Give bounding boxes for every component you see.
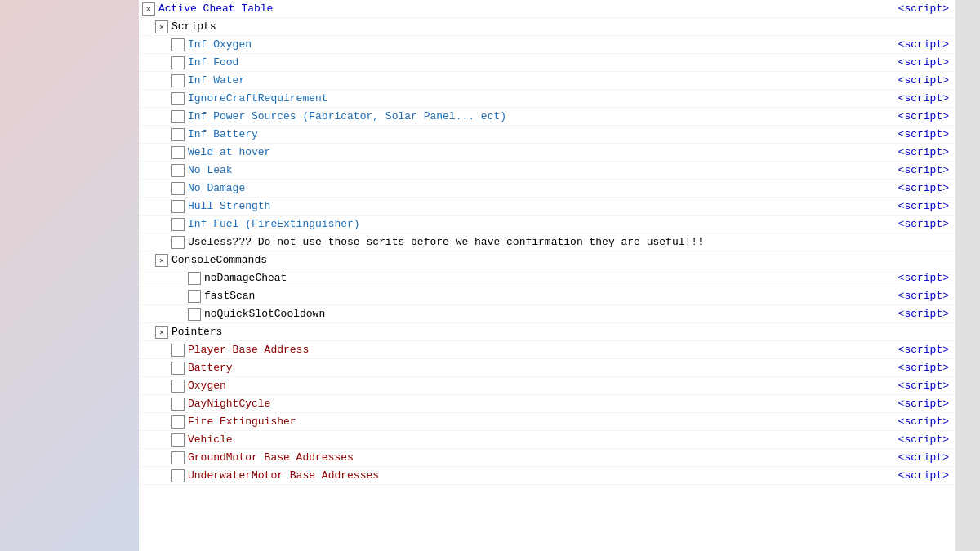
script-tag: <script> <box>898 146 949 158</box>
item-label: noQuickSlotCooldown <box>204 308 898 320</box>
item-label: fastScan <box>204 290 898 302</box>
script-tag: <script> <box>898 74 949 87</box>
list-item: fastScan<script> <box>139 287 956 305</box>
checkbox-empty[interactable] <box>172 469 185 482</box>
script-tag: <script> <box>898 128 949 140</box>
checkbox-empty[interactable] <box>172 74 185 87</box>
script-tag: <script> <box>898 469 949 482</box>
right-scrollbar-panel <box>956 0 980 551</box>
checkbox-empty[interactable] <box>172 344 185 357</box>
checkbox-checked[interactable] <box>142 2 155 16</box>
script-tag: <script> <box>898 398 949 410</box>
list-item: No Damage<script> <box>139 180 956 198</box>
left-decorative-panel <box>0 0 139 551</box>
item-label: GroundMotor Base Addresses <box>188 451 898 464</box>
checkbox-empty[interactable] <box>172 164 185 177</box>
item-label: Inf Water <box>188 74 898 87</box>
checkbox-empty[interactable] <box>172 200 185 213</box>
list-item: Fire Extinguisher<script> <box>139 413 956 431</box>
script-tag: <script> <box>898 56 949 69</box>
checkbox-empty[interactable] <box>172 415 185 429</box>
item-label: Oxygen <box>188 380 898 392</box>
list-item: Weld at hover<script> <box>139 144 956 162</box>
checkbox-empty[interactable] <box>188 308 201 321</box>
checkbox-empty[interactable] <box>172 110 185 123</box>
item-label: Inf Food <box>188 56 898 69</box>
list-item: Inf Battery<script> <box>139 126 956 144</box>
item-label: Inf Fuel (FireExtinguisher) <box>188 218 898 230</box>
script-tag: <script> <box>898 380 949 392</box>
item-label: noDamageCheat <box>204 272 898 284</box>
list-item: Inf Food<script> <box>139 54 956 72</box>
checkbox-empty[interactable] <box>188 272 201 285</box>
list-item: Active Cheat Table<script> <box>139 0 956 18</box>
checkbox-empty[interactable] <box>172 380 185 393</box>
checkbox-empty[interactable] <box>172 451 185 464</box>
item-label: No Leak <box>188 164 898 176</box>
script-tag: <script> <box>898 200 949 212</box>
item-label: Player Base Address <box>188 344 898 356</box>
item-label: ConsoleCommands <box>172 254 956 266</box>
list-item: Scripts <box>139 18 956 36</box>
list-item: Battery<script> <box>139 359 956 377</box>
item-label: Vehicle <box>188 433 898 446</box>
item-label: Weld at hover <box>188 146 898 158</box>
list-item: Inf Power Sources (Fabricator, Solar Pan… <box>139 108 956 126</box>
checkbox-empty[interactable] <box>172 38 185 51</box>
script-tag: <script> <box>898 433 949 446</box>
item-label: Fire Extinguisher <box>188 415 898 428</box>
checkbox-empty[interactable] <box>172 218 185 231</box>
checkbox-checked[interactable] <box>155 326 168 339</box>
script-tag: <script> <box>898 308 949 320</box>
checkbox-empty[interactable] <box>172 128 185 141</box>
script-tag: <script> <box>898 272 949 284</box>
list-item: DayNightCycle<script> <box>139 395 956 413</box>
script-tag: <script> <box>898 362 949 374</box>
item-label: IgnoreCraftRequirement <box>188 92 898 104</box>
list-item: Inf Oxygen<script> <box>139 36 956 54</box>
list-item: No Leak<script> <box>139 162 956 180</box>
item-label: Inf Oxygen <box>188 38 898 51</box>
script-tag: <script> <box>898 182 949 194</box>
checkbox-checked[interactable] <box>155 254 168 267</box>
tree-container: Active Cheat Table<script>ScriptsInf Oxy… <box>139 0 956 485</box>
script-tag: <script> <box>898 290 949 302</box>
checkbox-empty[interactable] <box>188 290 201 303</box>
list-item: Hull Strength<script> <box>139 198 956 216</box>
script-tag: <script> <box>898 38 949 51</box>
checkbox-empty[interactable] <box>172 182 185 195</box>
list-item: Pointers <box>139 323 956 341</box>
list-item: Player Base Address<script> <box>139 341 956 359</box>
script-tag: <script> <box>898 2 949 15</box>
item-label: Scripts <box>172 20 956 33</box>
list-item: noQuickSlotCooldown<script> <box>139 305 956 323</box>
script-tag: <script> <box>898 164 949 176</box>
list-item: IgnoreCraftRequirement<script> <box>139 90 956 108</box>
item-label: Hull Strength <box>188 200 898 212</box>
item-label: Inf Power Sources (Fabricator, Solar Pan… <box>188 110 898 122</box>
script-tag: <script> <box>898 344 949 356</box>
item-label: Inf Battery <box>188 128 898 140</box>
script-tag: <script> <box>898 110 949 122</box>
checkbox-checked[interactable] <box>155 20 168 33</box>
checkbox-empty[interactable] <box>172 398 185 411</box>
cheat-table-content: Active Cheat Table<script>ScriptsInf Oxy… <box>139 0 956 551</box>
list-item: ConsoleCommands <box>139 251 956 269</box>
checkbox-empty[interactable] <box>172 92 185 105</box>
script-tag: <script> <box>898 218 949 230</box>
item-label: Active Cheat Table <box>158 2 898 15</box>
checkbox-empty[interactable] <box>172 146 185 159</box>
checkbox-empty[interactable] <box>172 433 185 447</box>
item-label: DayNightCycle <box>188 398 898 410</box>
checkbox-empty[interactable] <box>172 362 185 375</box>
item-label: Useless??? Do not use those scrits befor… <box>188 236 956 248</box>
list-item: UnderwaterMotor Base Addresses<script> <box>139 467 956 485</box>
item-label: No Damage <box>188 182 898 194</box>
list-item: Vehicle<script> <box>139 431 956 449</box>
item-label: Battery <box>188 362 898 374</box>
checkbox-empty[interactable] <box>172 236 185 249</box>
checkbox-empty[interactable] <box>172 56 185 69</box>
script-tag: <script> <box>898 92 949 104</box>
list-item: noDamageCheat<script> <box>139 269 956 287</box>
list-item: Inf Fuel (FireExtinguisher)<script> <box>139 216 956 233</box>
